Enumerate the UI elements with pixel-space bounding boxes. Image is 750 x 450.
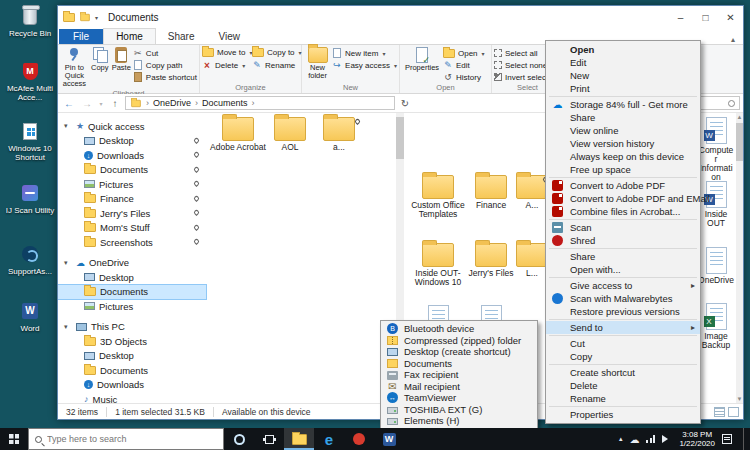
send-to-bluetooth[interactable]: BBluetooth device <box>381 323 537 335</box>
taskbar-search[interactable] <box>28 428 224 450</box>
nav-item-3d-objects[interactable]: 3D Objects <box>58 334 206 349</box>
chevron-down-icon[interactable]: ▾ <box>64 323 72 331</box>
scrollbar-thumb[interactable] <box>736 123 743 161</box>
menu-item-edit[interactable]: Edit <box>546 56 700 69</box>
menu-item-free-up-space[interactable]: Free up space <box>546 163 700 176</box>
breadcrumb-documents[interactable]: Documents <box>202 98 248 108</box>
nav-item-onedrive-desktop[interactable]: Desktop <box>58 270 206 285</box>
menu-item-rename[interactable]: Rename <box>546 392 700 405</box>
menu-item-delete[interactable]: Delete <box>546 379 700 392</box>
nav-item-pictures[interactable]: Pictures <box>58 177 206 192</box>
menu-item-convert-to-pdf[interactable]: Convert to Adobe PDF <box>546 179 700 192</box>
paste-button[interactable]: Paste <box>111 46 132 73</box>
maximize-button[interactable]: □ <box>693 6 718 28</box>
edge-button[interactable]: e <box>314 428 344 450</box>
menu-item-restore-previous-versions[interactable]: Restore previous versions <box>546 305 700 318</box>
properties-button[interactable]: Properties <box>402 46 442 73</box>
explorer-search-box[interactable] <box>700 96 740 110</box>
send-to-elements[interactable]: Elements (H) <box>381 415 537 427</box>
nav-item-downloads[interactable]: ↓Downloads <box>58 148 206 163</box>
onedrive-tray-icon[interactable]: ☁ <box>629 434 639 445</box>
menu-item-always-keep-on-device[interactable]: Always keep on this device <box>546 150 700 163</box>
menu-item-share[interactable]: Share <box>546 250 700 263</box>
taskbar-clock[interactable]: 3:08 PM 1/22/2020 <box>679 430 715 449</box>
delete-button[interactable]: ×Delete▾ <box>202 59 251 71</box>
file-item[interactable]: L... <box>516 243 548 278</box>
file-item[interactable]: Computer Information <box>698 117 734 182</box>
forward-icon[interactable]: → <box>79 98 95 109</box>
show-desktop-button[interactable] <box>743 428 747 450</box>
cortana-button[interactable] <box>224 428 254 450</box>
copy-to-button[interactable]: Copy to▾ <box>252 46 299 58</box>
task-view-button[interactable] <box>254 428 284 450</box>
quick-access-toolbar-icon[interactable] <box>80 13 90 20</box>
nav-item-pc-music[interactable]: ♪Music <box>58 392 206 403</box>
mcafee-button[interactable] <box>344 428 374 450</box>
menu-item-scan-with-malwarebytes[interactable]: Scan with Malwarebytes <box>546 292 700 305</box>
menu-item-open-with[interactable]: Open with... <box>546 263 700 276</box>
menu-item-scan[interactable]: Scan <box>546 221 700 234</box>
nav-item-this-pc[interactable]: ▾This PC <box>58 320 206 335</box>
menu-item-properties[interactable]: Properties <box>546 408 700 421</box>
tab-share[interactable]: Share <box>156 29 207 44</box>
menu-item-send-to[interactable]: Send to▸ <box>546 321 700 334</box>
nav-item-jerrys-files[interactable]: Jerry's Files <box>58 206 206 221</box>
send-to-zipped-folder[interactable]: Compressed (zipped) folder <box>381 335 537 347</box>
refresh-icon[interactable]: ↻ <box>397 98 413 109</box>
send-to-mail-recipient[interactable]: ✉Mail recipient <box>381 381 537 393</box>
file-item[interactable]: Custom Office Templates <box>410 175 466 219</box>
menu-item-shred[interactable]: Shred <box>546 234 700 247</box>
breadcrumb[interactable]: › OneDrive › Documents › <box>125 96 395 110</box>
easy-access-button[interactable]: ↪Easy access▾ <box>332 59 397 71</box>
minimize-button[interactable]: – <box>668 6 693 28</box>
desktop-icon-support-assist[interactable]: SupportAs... <box>4 243 56 276</box>
tray-expand-icon[interactable]: ▴ <box>619 435 623 443</box>
file-explorer-button[interactable] <box>284 428 314 450</box>
menu-item-copy[interactable]: Copy <box>546 350 700 363</box>
copy-path-button[interactable]: Copy path <box>133 59 197 71</box>
up-icon[interactable]: ↑ <box>107 98 123 109</box>
rename-button[interactable]: ✎Rename <box>252 59 299 71</box>
scroll-up-icon[interactable]: ▲ <box>736 114 743 120</box>
file-item[interactable]: OneDrive <box>698 247 734 285</box>
file-item[interactable]: AOL <box>268 117 312 152</box>
large-icons-view-icon[interactable] <box>728 407 739 417</box>
nav-item-moms-stuff[interactable]: Mom's Stuff <box>58 221 206 236</box>
menu-item-cut[interactable]: Cut <box>546 337 700 350</box>
paste-shortcut-button[interactable]: Paste shortcut <box>133 71 197 83</box>
file-item[interactable]: Adobe Acrobat <box>210 117 266 152</box>
start-button[interactable] <box>0 428 28 450</box>
breadcrumb-onedrive[interactable]: OneDrive <box>153 98 191 108</box>
nav-item-pc-downloads[interactable]: ↓Downloads <box>58 378 206 393</box>
menu-item-print[interactable]: Print <box>546 82 700 95</box>
tab-file[interactable]: File <box>59 29 103 44</box>
menu-item-create-shortcut[interactable]: Create shortcut <box>546 366 700 379</box>
word-button[interactable]: W <box>374 428 404 450</box>
nav-item-documents[interactable]: Documents <box>58 163 206 178</box>
send-to-documents[interactable]: Documents <box>381 358 537 370</box>
new-item-button[interactable]: New item▾ <box>332 47 397 59</box>
file-item[interactable]: a... <box>318 117 360 152</box>
file-item[interactable]: Inside OUT <box>698 181 734 228</box>
send-to-fax-recipient[interactable]: Fax recipient <box>381 369 537 381</box>
search-input[interactable] <box>47 434 197 444</box>
desktop-icon-mcafee[interactable]: McAfee Multi Acce... <box>4 60 56 102</box>
file-item[interactable]: Inside OUT-Windows 10 <box>410 243 466 287</box>
nav-item-onedrive-pictures[interactable]: Pictures <box>58 299 206 314</box>
tab-view[interactable]: View <box>207 29 253 44</box>
close-button[interactable]: ✕ <box>718 6 743 28</box>
menu-item-give-access-to[interactable]: Give access to▸ <box>546 279 700 292</box>
collapse-ribbon-icon[interactable]: ▴ <box>731 35 735 44</box>
nav-item-quick-access[interactable]: ▾★Quick access <box>58 119 206 134</box>
menu-item-storage[interactable]: ☁Storage 84% full - Get more <box>546 98 700 111</box>
desktop-icon-windows10-shortcut[interactable]: Windows 10 Shortcut <box>4 120 56 162</box>
menu-item-view-online[interactable]: View online <box>546 124 700 137</box>
send-to-desktop-shortcut[interactable]: Desktop (create shortcut) <box>381 346 537 358</box>
file-item[interactable]: Image Backup <box>698 303 734 350</box>
nav-item-finance[interactable]: Finance <box>58 192 206 207</box>
nav-item-screenshots[interactable]: Screenshots <box>58 235 206 250</box>
desktop-icon-scan-utility[interactable]: IJ Scan Utility <box>4 182 56 215</box>
nav-item-onedrive-documents[interactable]: Documents <box>58 285 206 300</box>
nav-item-onedrive[interactable]: ▾☁OneDrive <box>58 256 206 271</box>
pin-to-quick-access-button[interactable]: Pin to Quick access <box>60 46 89 89</box>
